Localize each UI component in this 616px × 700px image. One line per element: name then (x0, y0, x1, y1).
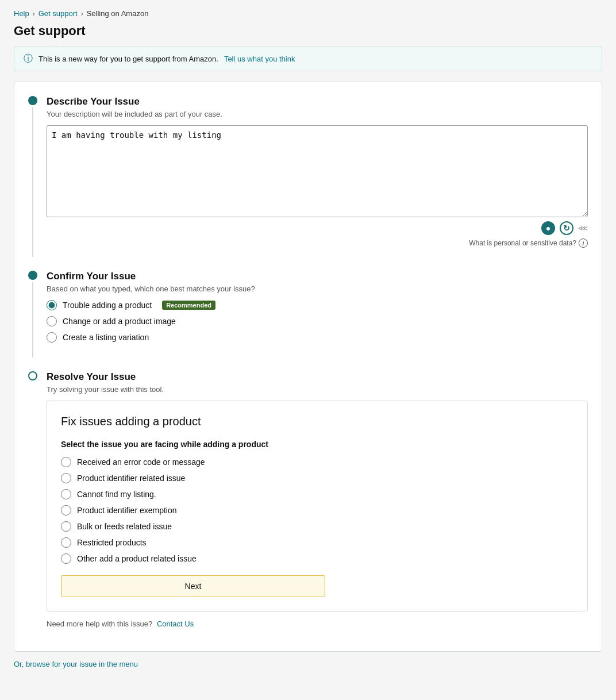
step1-content: Describe Your Issue Your description wil… (47, 96, 588, 257)
step1-subtitle: Your description will be included as par… (47, 110, 588, 118)
resolve-radio-7[interactable] (61, 553, 71, 564)
sensitive-text: What is personal or sensitive data? (469, 239, 576, 247)
resolve-label-4: Product identifier exemption (77, 506, 177, 515)
resolve-card: Fix issues adding a product Select the i… (47, 401, 588, 611)
resolve-radio-3[interactable] (61, 489, 71, 499)
resolve-radio-4[interactable] (61, 505, 71, 516)
resolve-option-2[interactable]: Product identifier related issue (61, 473, 573, 483)
step3-title: Resolve Your Issue (47, 371, 588, 383)
step-confirm: Confirm Your Issue Based on what you typ… (28, 271, 588, 357)
resolve-radio-1[interactable] (61, 457, 71, 467)
breadcrumb-current: Selling on Amazon (87, 9, 149, 18)
step2-content: Confirm Your Issue Based on what you typ… (47, 271, 588, 357)
page-title: Get support (14, 24, 602, 39)
step3-indicator (28, 371, 37, 637)
step1-title: Describe Your Issue (47, 96, 588, 107)
resolve-option-5[interactable]: Bulk or feeds related issue (61, 521, 573, 532)
resolve-label-7: Other add a product related issue (77, 554, 197, 563)
confirm-option-2[interactable]: Change or add a product image (47, 316, 588, 326)
step2-subtitle: Based on what you typed, which one best … (47, 284, 588, 293)
sensitive-row: What is personal or sensitive data? i (47, 239, 588, 248)
contact-us-link[interactable]: Contact Us (157, 620, 194, 628)
need-help: Need more help with this issue? Contact … (47, 620, 588, 628)
resolve-label-2: Product identifier related issue (77, 474, 185, 483)
resolve-option-3[interactable]: Cannot find my listing. (61, 489, 573, 499)
resolve-option-7[interactable]: Other add a product related issue (61, 553, 573, 564)
need-help-text: Need more help with this issue? (47, 620, 152, 628)
resolve-label-1: Received an error code or message (77, 457, 205, 467)
confirm-label-1: Trouble adding a product (63, 301, 152, 310)
step-describe: Describe Your Issue Your description wil… (28, 96, 588, 257)
breadcrumb: Help › Get support › Selling on Amazon (14, 9, 602, 18)
step-resolve: Resolve Your Issue Try solving your issu… (28, 371, 588, 637)
textarea-footer: ● ↻ ⋘ (47, 221, 588, 235)
next-button[interactable]: Next (61, 575, 325, 597)
resolve-label-5: Bulk or feeds related issue (77, 522, 172, 531)
confirm-label-2: Change or add a product image (63, 317, 176, 326)
main-card: Describe Your Issue Your description wil… (14, 82, 602, 652)
refresh-icon[interactable]: ↻ (560, 221, 573, 235)
resolve-option-1[interactable]: Received an error code or message (61, 457, 573, 467)
resolve-label-3: Cannot find my listing. (77, 490, 156, 499)
breadcrumb-get-support[interactable]: Get support (38, 9, 78, 18)
breadcrumb-sep-2: › (81, 10, 83, 18)
confirm-label-3: Create a listing variation (63, 333, 149, 342)
resolve-radio-5[interactable] (61, 521, 71, 532)
breadcrumb-sep-1: › (33, 10, 35, 18)
confirm-option-1[interactable]: Trouble adding a product Recommended (47, 300, 588, 310)
step2-indicator (28, 271, 37, 357)
browse-link[interactable]: Or, browse for your issue in the menu (14, 660, 602, 668)
confirm-radio-1[interactable] (47, 300, 57, 310)
recommended-badge: Recommended (162, 301, 215, 310)
step3-dot (28, 371, 37, 380)
resize-icon: ⋘ (578, 224, 588, 232)
sensitive-info-icon: i (579, 239, 588, 248)
resolve-radio-6[interactable] (61, 537, 71, 548)
step1-indicator (28, 96, 37, 257)
step2-line (32, 282, 33, 357)
banner-text: This is a new way for you to get support… (38, 55, 218, 63)
info-banner: ⓘ This is a new way for you to get suppo… (14, 47, 602, 71)
confirm-option-3[interactable]: Create a listing variation (47, 332, 588, 343)
info-icon: ⓘ (24, 53, 33, 65)
mic-icon[interactable]: ● (541, 221, 555, 235)
confirm-radio-2[interactable] (47, 316, 57, 326)
resolve-label-6: Restricted products (77, 538, 147, 547)
description-textarea[interactable]: I am having trouble with my listing (47, 125, 588, 217)
resolve-option-6[interactable]: Restricted products (61, 537, 573, 548)
confirm-radio-3[interactable] (47, 332, 57, 343)
sensitive-link[interactable]: What is personal or sensitive data? i (469, 239, 588, 248)
step1-dot (28, 96, 37, 105)
breadcrumb-help[interactable]: Help (14, 9, 29, 18)
step3-content: Resolve Your Issue Try solving your issu… (47, 371, 588, 637)
step2-title: Confirm Your Issue (47, 271, 588, 282)
resolve-section-title: Select the issue you are facing while ad… (61, 440, 573, 449)
resolve-radio-2[interactable] (61, 473, 71, 483)
resolve-card-title: Fix issues adding a product (61, 415, 573, 428)
step2-dot (28, 271, 37, 280)
step3-subtitle: Try solving your issue with this tool. (47, 385, 588, 394)
banner-link[interactable]: Tell us what you think (224, 55, 295, 63)
resolve-option-4[interactable]: Product identifier exemption (61, 505, 573, 516)
step1-line (32, 107, 33, 257)
